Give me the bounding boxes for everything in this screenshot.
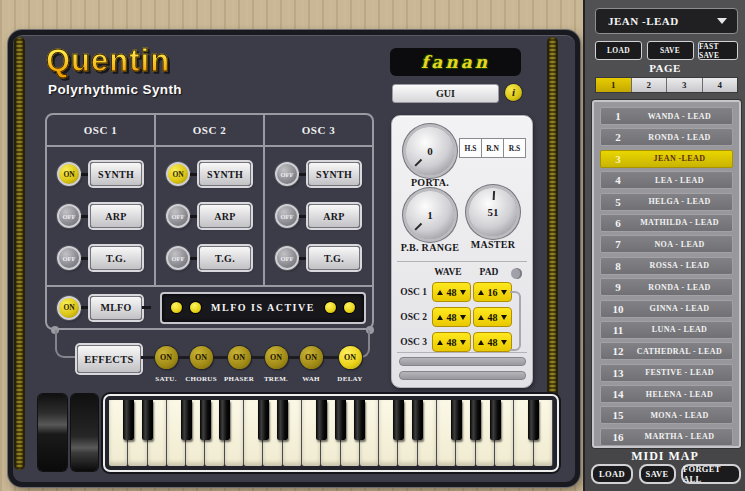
black-key[interactable] [123, 400, 134, 440]
pad-spinner[interactable]: 48 [473, 307, 512, 327]
preset-item[interactable]: 13FESTIVE - LEAD [600, 364, 733, 382]
page-tab-3[interactable]: 3 [667, 78, 703, 92]
preset-item[interactable]: 14HELENA - LEAD [600, 385, 733, 403]
tg-button[interactable]: T.G. [90, 246, 142, 270]
arp-toggle[interactable]: OFF [57, 204, 81, 228]
black-key[interactable] [490, 400, 501, 440]
arp-button[interactable]: ARP [199, 204, 251, 228]
preset-item[interactable]: 2RONDA - LEAD [600, 128, 733, 146]
connector-line [81, 306, 90, 309]
preset-item[interactable]: 7NOA - LEAD [600, 235, 733, 253]
midi-load-button[interactable]: LOAD [591, 464, 633, 484]
preset-item[interactable]: 3JEAN -LEAD [600, 150, 733, 168]
black-key[interactable] [200, 400, 211, 440]
preset-item[interactable]: 16MARTHA - LEAD [600, 428, 733, 446]
mode-button-hs[interactable]: H.S [459, 138, 482, 158]
black-key[interactable] [470, 400, 481, 440]
pad-spinner[interactable]: 16 [473, 282, 512, 302]
page-tab-4[interactable]: 4 [703, 78, 738, 92]
effects-button[interactable]: EFFECTS [77, 345, 141, 373]
preset-item[interactable]: 6MATHILDA - LEAD [600, 214, 733, 232]
mode-button-rn[interactable]: R.N [481, 138, 504, 158]
spinner-down-icon[interactable] [460, 340, 466, 345]
synth-toggle[interactable]: OFF [275, 162, 299, 186]
arp-button[interactable]: ARP [90, 204, 142, 228]
effect-toggle-phaser[interactable]: ON [228, 346, 251, 369]
preset-item[interactable]: 4LEA - LEAD [600, 171, 733, 189]
preset-item[interactable]: 10GINNA - LEAD [600, 300, 733, 318]
spinner-down-icon[interactable] [460, 315, 466, 320]
synth-button[interactable]: SYNTH [308, 162, 360, 186]
black-key[interactable] [181, 400, 192, 440]
pb-range-knob[interactable]: 1 [406, 191, 454, 239]
tg-button[interactable]: T.G. [199, 246, 251, 270]
preset-item[interactable]: 1WANDA - LEAD [600, 107, 733, 125]
page-tab-1[interactable]: 1 [596, 78, 632, 92]
preset-item[interactable]: 8ROSSA - LEAD [600, 257, 733, 275]
effect-toggle-chorus[interactable]: ON [190, 346, 213, 369]
black-key[interactable] [451, 400, 462, 440]
pitch-wheel[interactable] [38, 394, 67, 471]
preset-dropdown[interactable]: JEAN -LEAD [595, 8, 738, 34]
arp-toggle[interactable]: OFF [166, 204, 190, 228]
midi-forget-all-button[interactable]: FORGET ALL [681, 464, 741, 484]
spinner-down-icon[interactable] [501, 290, 507, 295]
preset-item[interactable]: 5HELGA - LEAD [600, 193, 733, 211]
synth-button[interactable]: SYNTH [90, 162, 142, 186]
arp-toggle[interactable]: OFF [275, 204, 299, 228]
effect-toggle-satu[interactable]: ON [155, 346, 178, 369]
spinner-up-icon[interactable] [437, 290, 443, 295]
arp-button[interactable]: ARP [308, 204, 360, 228]
wavepad-row-label: OSC 1 [396, 287, 427, 297]
effect-toggle-delay[interactable]: ON [339, 346, 362, 369]
wave-spinner[interactable]: 48 [432, 282, 471, 302]
mode-button-rs[interactable]: R.S [503, 138, 526, 158]
fast-save-button[interactable]: FAST SAVE [698, 41, 738, 60]
black-key[interactable] [335, 400, 346, 440]
synth-button[interactable]: SYNTH [199, 162, 251, 186]
tg-toggle[interactable]: OFF [275, 246, 299, 270]
mod-wheel[interactable] [71, 394, 98, 471]
black-key[interactable] [219, 400, 230, 440]
effect-toggle-trem[interactable]: ON [265, 346, 288, 369]
black-key[interactable] [316, 400, 327, 440]
black-key[interactable] [354, 400, 365, 440]
porta-knob[interactable]: 0 [406, 127, 454, 175]
pad-spinner[interactable]: 48 [473, 332, 512, 352]
effect-toggle-wah[interactable]: ON [300, 346, 323, 369]
spinner-down-icon[interactable] [501, 315, 507, 320]
mlfo-button[interactable]: MLFO [90, 296, 142, 320]
spinner-up-icon[interactable] [437, 315, 443, 320]
wave-spinner[interactable]: 48 [432, 307, 471, 327]
gui-button[interactable]: GUI [392, 84, 499, 103]
spinner-up-icon[interactable] [437, 340, 443, 345]
black-key[interactable] [258, 400, 269, 440]
preset-item[interactable]: 11LUNA - LEAD [600, 321, 733, 339]
black-key[interactable] [528, 400, 539, 440]
midi-save-button[interactable]: SAVE [639, 464, 676, 484]
synth-toggle[interactable]: ON [166, 162, 190, 186]
preset-item[interactable]: 9RONDA - LEAD [600, 278, 733, 296]
preset-item[interactable]: 15MONA - LEAD [600, 406, 733, 424]
black-key[interactable] [277, 400, 288, 440]
spinner-up-icon[interactable] [478, 315, 484, 320]
spinner-down-icon[interactable] [460, 290, 466, 295]
black-key[interactable] [412, 400, 423, 440]
synth-toggle[interactable]: ON [57, 162, 81, 186]
save-button[interactable]: SAVE [647, 41, 694, 60]
spinner-up-icon[interactable] [478, 340, 484, 345]
tg-toggle[interactable]: OFF [57, 246, 81, 270]
wave-spinner[interactable]: 48 [432, 332, 471, 352]
info-icon[interactable]: i [505, 84, 522, 101]
master-knob[interactable]: 51 [469, 188, 517, 236]
black-key[interactable] [393, 400, 404, 440]
mlfo-toggle[interactable]: ON [57, 296, 81, 320]
spinner-down-icon[interactable] [501, 340, 507, 345]
spinner-up-icon[interactable] [478, 290, 484, 295]
load-button[interactable]: LOAD [595, 41, 642, 60]
preset-item[interactable]: 12CATHEDRAL - LEAD [600, 342, 733, 360]
tg-button[interactable]: T.G. [308, 246, 360, 270]
page-tab-2[interactable]: 2 [632, 78, 668, 92]
tg-toggle[interactable]: OFF [166, 246, 190, 270]
black-key[interactable] [142, 400, 153, 440]
